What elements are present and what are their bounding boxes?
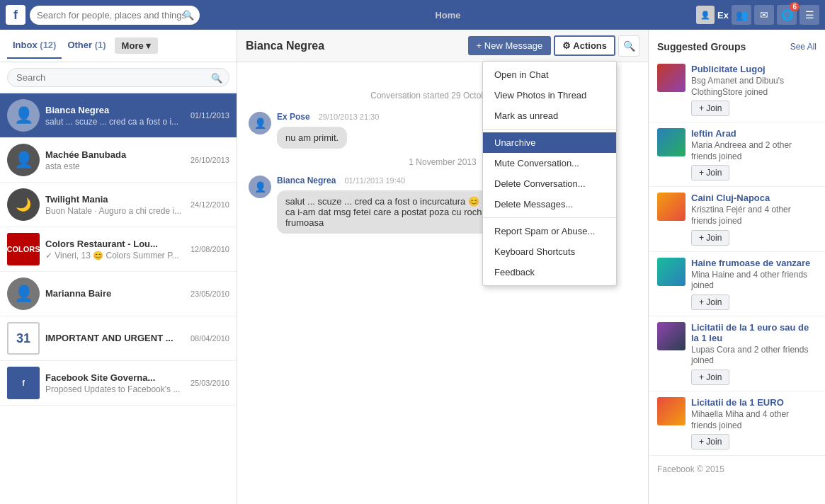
group-name[interactable]: Ieftin Arad xyxy=(691,128,817,139)
search-icon: 🔍 xyxy=(183,10,194,21)
search-messages-button[interactable]: 🔍 xyxy=(618,35,639,57)
message-header: Ex Pose 29/10/2013 21:30 xyxy=(277,112,379,124)
conversation-info: Machée Banubada asta este xyxy=(45,149,185,171)
conversation-info: Facebook Site Governa... Proposed Update… xyxy=(45,372,185,394)
suggested-groups-title: Suggested Groups xyxy=(657,41,746,52)
top-navigation: f 🔍 Home 👤 Ex 👥 ✉ 🌐 6 ☰ xyxy=(0,0,825,30)
group-members: Mina Haine and 4 other friends joined xyxy=(691,270,817,292)
group-item: Haine frumoase de vanzare Mina Haine and… xyxy=(649,252,825,316)
group-info: Haine frumoase de vanzare Mina Haine and… xyxy=(691,258,817,310)
search-wrap: 🔍 xyxy=(30,6,200,25)
message-content: Ex Pose 29/10/2013 21:30 nu am primit. xyxy=(277,112,379,149)
conversation-name: Machée Banubada xyxy=(45,149,185,160)
group-name[interactable]: Licitatii de la 1 EURO xyxy=(691,397,817,408)
list-item[interactable]: 👤 Machée Banubada asta este 26/10/2013 xyxy=(0,138,237,183)
message-bubble: nu am primit. xyxy=(277,127,347,149)
list-item[interactable]: COLORS Colors Restaurant - Lou... ✓ Vine… xyxy=(0,227,237,272)
new-message-button[interactable]: + New Message xyxy=(468,36,552,55)
list-item[interactable]: 👤 Marianna Baire 23/05/2010 xyxy=(0,272,237,316)
friends-icon-button[interactable]: 👥 xyxy=(732,5,751,25)
join-group-button[interactable]: + Join xyxy=(691,230,729,246)
join-group-button[interactable]: + Join xyxy=(691,434,729,449)
group-members: Mihaella Miha and 4 other friends joined xyxy=(691,409,817,431)
delete-conversation-item[interactable]: Delete Conversation... xyxy=(483,173,616,194)
view-photos-item[interactable]: View Photos in Thread xyxy=(483,85,616,105)
group-info: Licitatii de la 1 euro sau de la 1 leu L… xyxy=(691,322,817,385)
conversation-name: Twilight Mania xyxy=(45,194,185,205)
topnav-right: 👤 Ex 👥 ✉ 🌐 6 ☰ xyxy=(696,5,819,25)
other-tab[interactable]: Other (1) xyxy=(62,33,111,59)
group-avatar xyxy=(657,397,685,425)
conversation-preview: Proposed Updates to Facebook's ... xyxy=(45,384,185,394)
conversation-preview: ✓ Vineri, 13 😊 Colors Summer P... xyxy=(45,251,185,260)
group-members: Lupas Cora and 2 other friends joined xyxy=(691,345,817,367)
actions-button[interactable]: ⚙ Actions xyxy=(554,35,615,56)
list-item[interactable]: 👤 Bianca Negrea salut ... scuze ... cred… xyxy=(0,93,237,138)
conversation-search-wrap: 🔍 xyxy=(0,62,237,93)
conversation-search-input[interactable] xyxy=(7,68,229,87)
open-in-chat-item[interactable]: Open in Chat xyxy=(483,64,616,85)
conversation-time: 25/03/2010 xyxy=(190,379,229,387)
mute-conversation-item[interactable]: Mute Conversation... xyxy=(483,153,616,173)
keyboard-shortcuts-item[interactable]: Keyboard Shortcuts xyxy=(483,241,616,262)
notification-badge: 6 xyxy=(790,2,800,11)
group-item: Publicitate Lugoj Bsg Amanet and Dibuu's… xyxy=(649,58,825,122)
conversation-time: 23/05/2010 xyxy=(190,290,229,298)
main-panel: Bianca Negrea + New Message ⚙ Actions 🔍 … xyxy=(237,30,648,504)
group-info: Ieftin Arad Maria Andreea and 2 other fr… xyxy=(691,128,817,181)
unarchive-item[interactable]: Unarchive xyxy=(483,132,616,153)
group-name[interactable]: Licitatii de la 1 euro sau de la 1 leu xyxy=(691,322,817,343)
group-avatar xyxy=(657,128,685,156)
more-button[interactable]: More ▾ xyxy=(115,38,158,54)
avatar: 👤 xyxy=(7,277,40,310)
group-name[interactable]: Caini Cluj-Napoca xyxy=(691,193,817,203)
feedback-item[interactable]: Feedback xyxy=(483,262,616,282)
group-avatar xyxy=(657,258,685,286)
avatar: 31 xyxy=(7,322,40,355)
messages-icon-button[interactable]: ✉ xyxy=(754,5,774,25)
conversation-info: Marianna Baire xyxy=(45,288,185,300)
inbox-tab[interactable]: Inbox (12) xyxy=(7,33,62,59)
conversation-info: Bianca Negrea salut ... scuze ... cred c… xyxy=(45,105,185,127)
mark-unread-item[interactable]: Mark as unread xyxy=(483,105,616,126)
group-avatar xyxy=(657,193,685,221)
group-item: Licitatii de la 1 euro sau de la 1 leu L… xyxy=(649,316,825,391)
group-info: Publicitate Lugoj Bsg Amanet and Dibuu's… xyxy=(691,64,817,116)
home-button[interactable]: Home xyxy=(425,4,470,26)
avatar: 👤 xyxy=(7,99,40,132)
message-sender: Bianca Negrea xyxy=(277,176,336,185)
conversation-time: 26/10/2013 xyxy=(190,156,229,164)
settings-icon-button[interactable]: ☰ xyxy=(800,5,819,25)
join-group-button[interactable]: + Join xyxy=(691,370,729,385)
message-time: 29/10/2013 21:30 xyxy=(319,113,380,121)
header-actions: + New Message ⚙ Actions 🔍 Open in Chat V… xyxy=(468,35,639,57)
list-item[interactable]: f Facebook Site Governa... Proposed Upda… xyxy=(0,361,237,406)
join-group-button[interactable]: + Join xyxy=(691,101,729,116)
message-time: 01/11/2013 19:40 xyxy=(344,176,405,185)
group-item: Ieftin Arad Maria Andreea and 2 other fr… xyxy=(649,122,825,187)
join-group-button[interactable]: + Join xyxy=(691,165,729,181)
group-item: Caini Cluj-Napoca Krisztina Fejér and 4 … xyxy=(649,187,825,251)
notifications-icon-button[interactable]: 🌐 6 xyxy=(777,5,797,25)
conversation-time: 01/11/2013 xyxy=(190,111,229,120)
list-item[interactable]: 🌙 Twilight Mania Buon Natale · Auguro a … xyxy=(0,183,237,227)
facebook-logo: f xyxy=(6,5,25,25)
delete-messages-item[interactable]: Delete Messages... xyxy=(483,194,616,214)
left-panel: Inbox (12) Other (1) More ▾ 🔍 👤 Bi xyxy=(0,30,237,504)
conversation-name: IMPORTANT AND URGENT ... xyxy=(45,333,185,343)
see-all-button[interactable]: See All xyxy=(790,42,817,52)
conversation-time: 24/12/2010 xyxy=(190,200,229,209)
avatar: f xyxy=(7,367,40,399)
list-item[interactable]: 31 IMPORTANT AND URGENT ... 08/04/2010 xyxy=(0,316,237,361)
search-input[interactable] xyxy=(30,6,200,25)
right-panel: Suggested Groups See All Publicitate Lug… xyxy=(648,30,825,504)
topnav-center: Home xyxy=(200,4,696,26)
report-spam-item[interactable]: Report Spam or Abuse... xyxy=(483,221,616,241)
conversation-name: Colors Restaurant - Lou... xyxy=(45,239,185,249)
conversation-preview: asta este xyxy=(45,161,185,171)
group-name[interactable]: Haine frumoase de vanzare xyxy=(691,258,817,268)
actions-dropdown: Open in Chat View Photos in Thread Mark … xyxy=(482,61,617,286)
group-name[interactable]: Publicitate Lugoj xyxy=(691,64,817,74)
group-avatar xyxy=(657,322,685,350)
join-group-button[interactable]: + Join xyxy=(691,294,729,310)
